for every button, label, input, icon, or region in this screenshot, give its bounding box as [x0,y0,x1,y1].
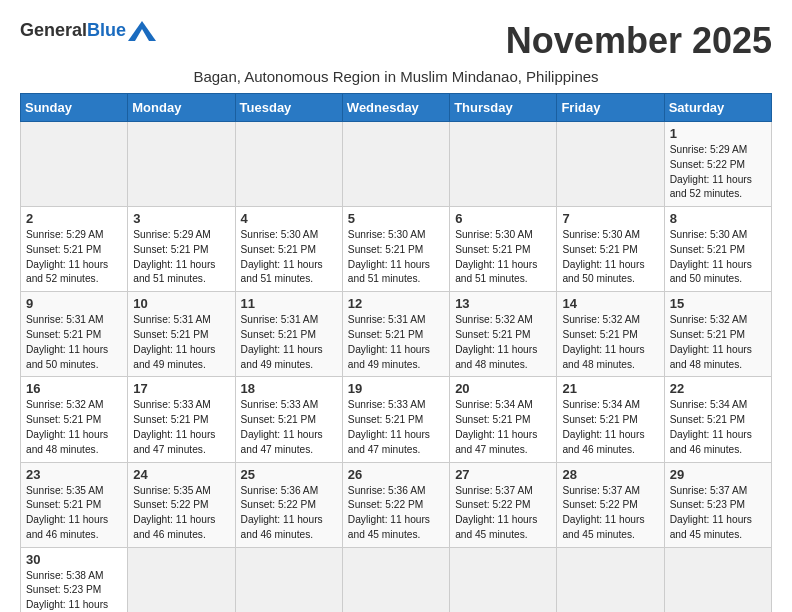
day-info: Sunrise: 5:34 AM Sunset: 5:21 PM Dayligh… [670,398,766,457]
calendar-cell: 3Sunrise: 5:29 AM Sunset: 5:21 PM Daylig… [128,207,235,292]
calendar-cell: 1Sunrise: 5:29 AM Sunset: 5:22 PM Daylig… [664,122,771,207]
day-info: Sunrise: 5:30 AM Sunset: 5:21 PM Dayligh… [562,228,658,287]
calendar-cell [235,122,342,207]
calendar-cell: 2Sunrise: 5:29 AM Sunset: 5:21 PM Daylig… [21,207,128,292]
calendar-cell [450,547,557,612]
day-info: Sunrise: 5:35 AM Sunset: 5:22 PM Dayligh… [133,484,229,543]
calendar-cell: 20Sunrise: 5:34 AM Sunset: 5:21 PM Dayli… [450,377,557,462]
calendar-cell [342,547,449,612]
calendar-cell: 10Sunrise: 5:31 AM Sunset: 5:21 PM Dayli… [128,292,235,377]
day-number: 9 [26,296,122,311]
calendar-cell: 4Sunrise: 5:30 AM Sunset: 5:21 PM Daylig… [235,207,342,292]
day-number: 13 [455,296,551,311]
logo-blue-text: Blue [87,20,126,41]
calendar-cell [235,547,342,612]
day-number: 30 [26,552,122,567]
calendar-cell: 19Sunrise: 5:33 AM Sunset: 5:21 PM Dayli… [342,377,449,462]
day-number: 28 [562,467,658,482]
calendar-cell [664,547,771,612]
logo-icon [128,21,156,41]
day-info: Sunrise: 5:30 AM Sunset: 5:21 PM Dayligh… [348,228,444,287]
day-info: Sunrise: 5:32 AM Sunset: 5:21 PM Dayligh… [562,313,658,372]
day-info: Sunrise: 5:37 AM Sunset: 5:22 PM Dayligh… [455,484,551,543]
calendar-cell: 30Sunrise: 5:38 AM Sunset: 5:23 PM Dayli… [21,547,128,612]
calendar-cell: 15Sunrise: 5:32 AM Sunset: 5:21 PM Dayli… [664,292,771,377]
day-info: Sunrise: 5:31 AM Sunset: 5:21 PM Dayligh… [348,313,444,372]
day-info: Sunrise: 5:30 AM Sunset: 5:21 PM Dayligh… [455,228,551,287]
day-number: 25 [241,467,337,482]
calendar-cell: 29Sunrise: 5:37 AM Sunset: 5:23 PM Dayli… [664,462,771,547]
day-info: Sunrise: 5:34 AM Sunset: 5:21 PM Dayligh… [455,398,551,457]
day-number: 20 [455,381,551,396]
day-info: Sunrise: 5:33 AM Sunset: 5:21 PM Dayligh… [241,398,337,457]
calendar-cell: 8Sunrise: 5:30 AM Sunset: 5:21 PM Daylig… [664,207,771,292]
day-info: Sunrise: 5:31 AM Sunset: 5:21 PM Dayligh… [26,313,122,372]
week-row-3: 9Sunrise: 5:31 AM Sunset: 5:21 PM Daylig… [21,292,772,377]
day-info: Sunrise: 5:32 AM Sunset: 5:21 PM Dayligh… [670,313,766,372]
logo: GeneralBlue [20,20,156,41]
day-number: 6 [455,211,551,226]
calendar-cell: 17Sunrise: 5:33 AM Sunset: 5:21 PM Dayli… [128,377,235,462]
day-header-tuesday: Tuesday [235,94,342,122]
day-number: 18 [241,381,337,396]
day-info: Sunrise: 5:32 AM Sunset: 5:21 PM Dayligh… [455,313,551,372]
day-info: Sunrise: 5:36 AM Sunset: 5:22 PM Dayligh… [241,484,337,543]
day-number: 29 [670,467,766,482]
calendar-cell [557,547,664,612]
day-number: 14 [562,296,658,311]
calendar-cell: 9Sunrise: 5:31 AM Sunset: 5:21 PM Daylig… [21,292,128,377]
calendar-table: SundayMondayTuesdayWednesdayThursdayFrid… [20,93,772,612]
calendar-cell: 26Sunrise: 5:36 AM Sunset: 5:22 PM Dayli… [342,462,449,547]
day-number: 11 [241,296,337,311]
logo-general-text: General [20,20,87,41]
day-header-saturday: Saturday [664,94,771,122]
day-number: 22 [670,381,766,396]
day-number: 26 [348,467,444,482]
calendar-cell: 13Sunrise: 5:32 AM Sunset: 5:21 PM Dayli… [450,292,557,377]
day-number: 16 [26,381,122,396]
day-number: 1 [670,126,766,141]
day-info: Sunrise: 5:37 AM Sunset: 5:22 PM Dayligh… [562,484,658,543]
week-row-6: 30Sunrise: 5:38 AM Sunset: 5:23 PM Dayli… [21,547,772,612]
day-number: 12 [348,296,444,311]
day-number: 2 [26,211,122,226]
week-row-1: 1Sunrise: 5:29 AM Sunset: 5:22 PM Daylig… [21,122,772,207]
day-header-sunday: Sunday [21,94,128,122]
header: GeneralBlue November 2025 [20,20,772,62]
day-number: 4 [241,211,337,226]
calendar-cell: 22Sunrise: 5:34 AM Sunset: 5:21 PM Dayli… [664,377,771,462]
day-info: Sunrise: 5:31 AM Sunset: 5:21 PM Dayligh… [241,313,337,372]
calendar-cell: 7Sunrise: 5:30 AM Sunset: 5:21 PM Daylig… [557,207,664,292]
calendar-cell [557,122,664,207]
day-info: Sunrise: 5:29 AM Sunset: 5:21 PM Dayligh… [133,228,229,287]
calendar-cell: 12Sunrise: 5:31 AM Sunset: 5:21 PM Dayli… [342,292,449,377]
day-info: Sunrise: 5:30 AM Sunset: 5:21 PM Dayligh… [241,228,337,287]
calendar-cell: 11Sunrise: 5:31 AM Sunset: 5:21 PM Dayli… [235,292,342,377]
day-number: 15 [670,296,766,311]
day-number: 7 [562,211,658,226]
day-info: Sunrise: 5:33 AM Sunset: 5:21 PM Dayligh… [348,398,444,457]
day-info: Sunrise: 5:33 AM Sunset: 5:21 PM Dayligh… [133,398,229,457]
calendar-cell: 28Sunrise: 5:37 AM Sunset: 5:22 PM Dayli… [557,462,664,547]
day-number: 23 [26,467,122,482]
day-info: Sunrise: 5:36 AM Sunset: 5:22 PM Dayligh… [348,484,444,543]
calendar-cell: 27Sunrise: 5:37 AM Sunset: 5:22 PM Dayli… [450,462,557,547]
calendar-cell: 5Sunrise: 5:30 AM Sunset: 5:21 PM Daylig… [342,207,449,292]
day-info: Sunrise: 5:29 AM Sunset: 5:21 PM Dayligh… [26,228,122,287]
day-number: 27 [455,467,551,482]
calendar-cell [21,122,128,207]
month-title: November 2025 [506,20,772,62]
calendar-cell [342,122,449,207]
calendar-cell: 23Sunrise: 5:35 AM Sunset: 5:21 PM Dayli… [21,462,128,547]
day-info: Sunrise: 5:31 AM Sunset: 5:21 PM Dayligh… [133,313,229,372]
day-info: Sunrise: 5:29 AM Sunset: 5:22 PM Dayligh… [670,143,766,202]
day-info: Sunrise: 5:35 AM Sunset: 5:21 PM Dayligh… [26,484,122,543]
day-info: Sunrise: 5:34 AM Sunset: 5:21 PM Dayligh… [562,398,658,457]
week-row-2: 2Sunrise: 5:29 AM Sunset: 5:21 PM Daylig… [21,207,772,292]
day-header-monday: Monday [128,94,235,122]
day-header-thursday: Thursday [450,94,557,122]
day-info: Sunrise: 5:38 AM Sunset: 5:23 PM Dayligh… [26,569,122,612]
day-header-friday: Friday [557,94,664,122]
calendar-cell: 18Sunrise: 5:33 AM Sunset: 5:21 PM Dayli… [235,377,342,462]
days-header-row: SundayMondayTuesdayWednesdayThursdayFrid… [21,94,772,122]
